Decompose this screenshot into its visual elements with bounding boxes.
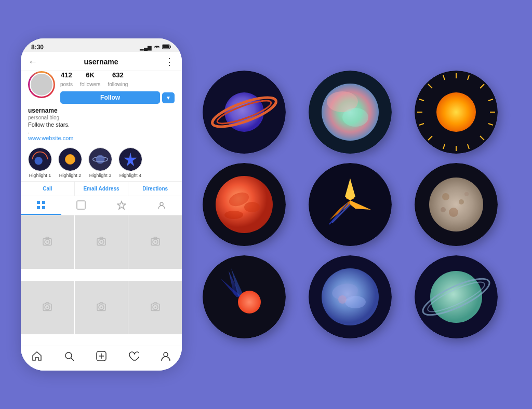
following-label: following	[108, 81, 128, 87]
svg-rect-12	[37, 201, 40, 204]
highlight-item-1[interactable]: Highlight 1	[28, 147, 52, 178]
status-icons: ▂▄▆	[140, 44, 171, 50]
highlight-circle-2	[58, 147, 82, 171]
tab-grid[interactable]	[21, 196, 61, 215]
signal-icon: ▂▄▆	[140, 45, 152, 50]
green-planet-icon	[415, 255, 498, 338]
tab-saved[interactable]	[101, 196, 142, 215]
nav-add-button[interactable]	[96, 350, 107, 364]
grid-cell-3[interactable]	[128, 215, 182, 269]
svg-rect-1	[163, 45, 169, 48]
highlight-item-3[interactable]: Highlight 3	[88, 147, 112, 178]
svg-rect-13	[42, 201, 45, 204]
follow-button[interactable]: Follow	[60, 91, 160, 104]
highlight-item-4[interactable]: Highlight 4	[118, 147, 142, 178]
bio-dot: .	[28, 128, 175, 134]
status-bar: 8:30 ▂▄▆	[21, 38, 182, 52]
follow-dropdown-button[interactable]: ▼	[162, 92, 175, 103]
svg-point-52	[436, 92, 476, 132]
svg-point-50	[342, 108, 368, 127]
nav-heart-button[interactable]	[128, 350, 139, 364]
avatar-area	[28, 71, 55, 98]
nav-profile-button[interactable]	[160, 350, 171, 364]
battery-icon	[162, 44, 171, 50]
phone-mockup: 8:30 ▂▄▆ ← username ⋮	[21, 38, 182, 371]
header-menu-button[interactable]: ⋮	[165, 56, 175, 67]
highlight-item-2[interactable]: Highlight 2	[58, 147, 82, 178]
svg-rect-15	[42, 206, 45, 209]
following-stat: 632 following	[108, 71, 128, 88]
star-burst-icon	[309, 163, 392, 246]
bio-website-link[interactable]: www.website.com	[28, 135, 175, 141]
highlight-circle-3	[88, 147, 112, 171]
status-time: 8:30	[31, 44, 44, 51]
phone-body: 8:30 ▂▄▆ ← username ⋮	[21, 38, 182, 371]
svg-point-73	[224, 211, 243, 219]
directions-button[interactable]: Directions	[128, 182, 182, 196]
grid-cell-6[interactable]	[128, 281, 182, 334]
sun-icon	[415, 71, 498, 154]
nav-home-button[interactable]	[31, 350, 43, 364]
bio-section: username personal blog Follow the stars.…	[21, 107, 182, 144]
stats-row: 412 posts 6K followers 632 following	[60, 71, 175, 88]
saturn-icon	[203, 71, 286, 154]
highlight-circle-4	[118, 147, 142, 171]
highlight-label-4: Highlight 4	[119, 173, 142, 178]
highlight-label-2: Highlight 2	[59, 173, 82, 178]
svg-point-99	[430, 271, 482, 323]
nebula-icon	[309, 71, 392, 154]
followers-label: followers	[80, 81, 100, 87]
svg-point-87	[441, 207, 446, 212]
svg-point-26	[154, 241, 156, 243]
tab-reels[interactable]	[61, 196, 102, 215]
posts-label: posts	[60, 81, 73, 87]
call-button[interactable]: Call	[21, 182, 75, 196]
svg-rect-14	[37, 206, 40, 209]
svg-point-96	[345, 296, 366, 308]
svg-point-8	[96, 155, 104, 163]
stats-and-button: 412 posts 6K followers 632 following	[60, 71, 175, 104]
svg-marker-17	[117, 201, 126, 209]
back-button[interactable]: ←	[28, 57, 37, 67]
following-count: 632	[108, 71, 128, 79]
space-icons-grid	[203, 71, 511, 338]
svg-point-29	[47, 307, 48, 308]
svg-point-23	[100, 241, 102, 243]
svg-point-72	[244, 202, 260, 212]
grid-cell-2[interactable]	[75, 215, 128, 269]
grid-cell-1[interactable]	[21, 215, 74, 269]
avatar[interactable]	[30, 73, 54, 97]
bio-name: username	[28, 107, 175, 114]
svg-point-42	[164, 352, 168, 357]
tab-tagged[interactable]	[142, 196, 182, 215]
phone-screen: ← username ⋮ 412	[21, 52, 182, 371]
svg-point-82	[429, 178, 483, 231]
svg-point-35	[154, 307, 156, 308]
wifi-icon	[154, 44, 160, 50]
svg-point-70	[216, 176, 273, 233]
profile-username-header: username	[84, 58, 118, 66]
highlight-label-1: Highlight 1	[29, 173, 51, 178]
svg-point-18	[160, 202, 163, 206]
grid-cell-5[interactable]	[75, 281, 128, 334]
followers-stat: 6K followers	[80, 71, 100, 88]
moon-icon	[415, 163, 498, 246]
bio-category: personal blog	[28, 115, 175, 120]
comet-icon	[203, 255, 286, 338]
feed-tabs	[21, 196, 182, 215]
nav-search-button[interactable]	[63, 350, 75, 364]
svg-point-97	[338, 295, 347, 304]
svg-point-32	[100, 307, 102, 308]
grid-cell-4[interactable]	[21, 281, 74, 334]
svg-point-83	[442, 193, 449, 200]
profile-action-buttons: Call Email Address Directions	[21, 181, 182, 196]
posts-stat: 412 posts	[60, 71, 73, 88]
ig-header: ← username ⋮	[21, 52, 182, 71]
svg-point-84	[459, 199, 464, 204]
svg-line-38	[71, 358, 74, 361]
svg-point-86	[464, 192, 469, 196]
profile-top-section: 412 posts 6K followers 632 following	[21, 71, 182, 107]
svg-point-92	[238, 291, 261, 313]
posts-count: 412	[60, 71, 73, 79]
email-button[interactable]: Email Address	[75, 182, 129, 196]
